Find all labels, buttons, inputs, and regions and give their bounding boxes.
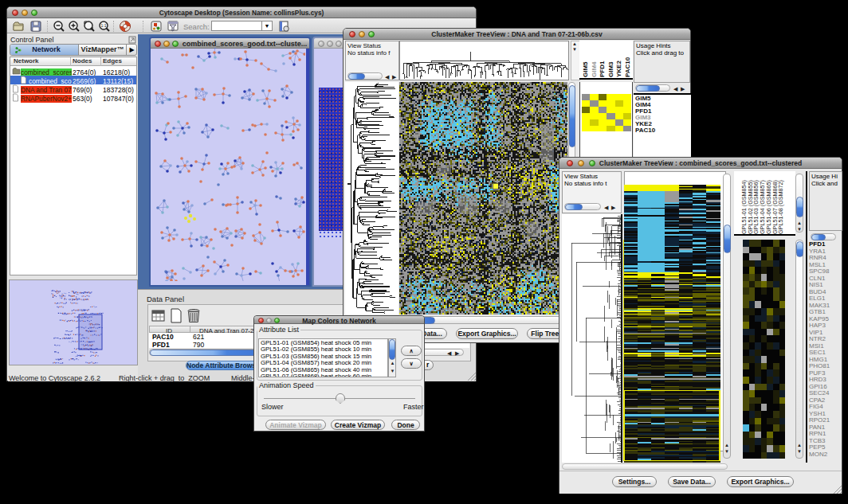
svg-text:1:1: 1:1 xyxy=(101,23,107,28)
